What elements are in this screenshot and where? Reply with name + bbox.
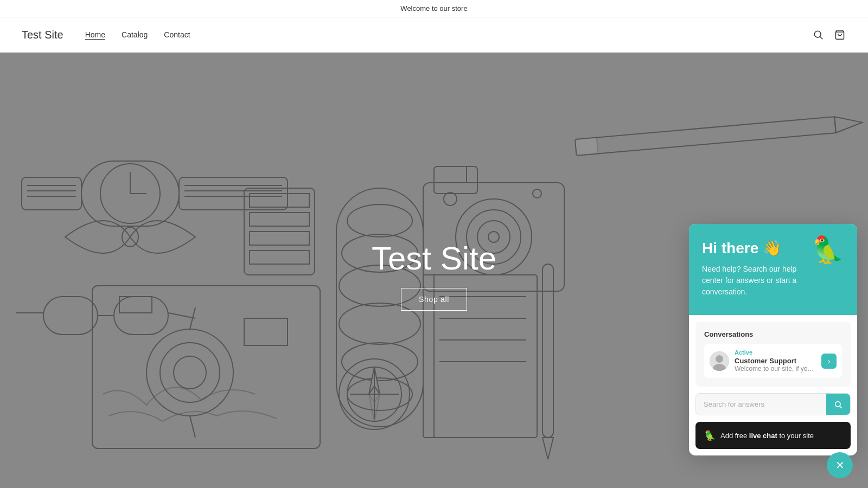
search-input[interactable] [696,394,826,415]
header: Test Site Home Catalog Contact [0,17,868,53]
conv-avatar [710,351,729,371]
conv-arrow[interactable]: › [821,354,837,369]
chat-subtext: Need help? Search our help center for an… [702,264,821,298]
announcement-text: Welcome to our store [400,4,467,12]
conv-preview: Welcome to our site, if you ne... [735,365,816,373]
cta-emoji: 🦜 [704,429,716,441]
search-button[interactable] [826,394,850,415]
shop-all-button[interactable]: Shop all [401,288,467,311]
conv-name: Customer Support [735,357,816,365]
svg-point-0 [814,31,821,37]
conv-active-badge: Active [735,349,816,356]
hero-title: Test Site [372,240,496,277]
header-icons [812,28,846,41]
conversations-section: Conversations Active Customer Support We… [695,322,851,387]
chat-cta[interactable]: 🦜 Add free live chat to your site [695,422,851,449]
site-logo: Test Site [22,29,63,41]
nav-contact[interactable]: Contact [164,30,190,39]
nav-home[interactable]: Home [85,30,105,39]
chat-body: Conversations Active Customer Support We… [689,322,857,449]
svg-point-68 [716,355,723,363]
chat-close-button[interactable]: ✕ [827,452,853,478]
chat-search [695,393,851,415]
chat-widget: 🦜 Hi there 👋 Need help? Search our help … [689,224,857,455]
main-nav: Home Catalog Contact [85,30,812,39]
conv-details: Active Customer Support Welcome to our s… [735,349,816,373]
chat-cta-text: Add free live chat to your site [720,432,814,440]
svg-rect-33 [575,138,598,156]
chat-header: 🦜 Hi there 👋 Need help? Search our help … [689,224,857,315]
svg-line-1 [820,37,823,40]
svg-line-71 [840,406,842,408]
announcement-bar: Welcome to our store [0,0,868,17]
parrot-emoji: 🦜 [812,235,844,265]
conversation-item[interactable]: Active Customer Support Welcome to our s… [704,344,842,378]
hero-content: Test Site Shop all [372,240,496,311]
svg-point-70 [835,401,840,406]
nav-catalog[interactable]: Catalog [122,30,148,39]
conversations-title: Conversations [704,330,842,338]
cart-icon[interactable] [833,28,846,41]
search-icon[interactable] [812,28,825,41]
